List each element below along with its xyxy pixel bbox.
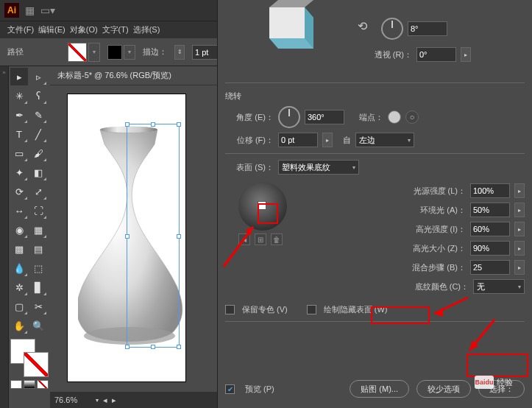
angle-top-value[interactable]: 8° <box>408 21 447 36</box>
blend-tool[interactable]: ⬚ <box>29 259 47 277</box>
angle-label: 角度 (E)： <box>225 112 274 123</box>
highlight-size-value[interactable]: 90% <box>470 241 510 256</box>
perspective-value[interactable]: 0° <box>416 47 456 62</box>
paintbrush-tool[interactable]: 🖌 <box>29 144 47 162</box>
cap-off-button[interactable]: ○ <box>405 110 419 124</box>
annotation-box-ok <box>467 354 528 377</box>
graph-tool[interactable]: ▊ <box>29 278 47 296</box>
stroke-stepper[interactable]: ⇕ <box>174 45 185 60</box>
light-back-button[interactable]: ◂ <box>238 233 250 245</box>
preserve-spot-checkbox[interactable] <box>225 305 235 314</box>
surface-label: 表面 (S)： <box>225 162 274 173</box>
surface-dropdown[interactable]: 塑料效果底纹 <box>278 160 359 175</box>
offset-label: 位移 (F)： <box>225 135 274 146</box>
hand-tool[interactable]: ✋ <box>10 317 28 334</box>
offset-value[interactable]: 0 pt <box>278 133 318 147</box>
eyedropper-tool[interactable]: 💧 <box>10 259 28 277</box>
scale-tool[interactable]: ⤢ <box>29 183 47 200</box>
zoom-dropdown-icon[interactable]: ▾ <box>96 397 99 404</box>
blend-steps-slider[interactable]: ▸ <box>514 260 525 275</box>
lasso-tool[interactable]: ʕ <box>29 87 47 105</box>
zoom-input[interactable]: 76.6% <box>54 395 91 404</box>
fill-swatch-group[interactable]: ▾ <box>68 43 100 62</box>
highlight-intensity-slider[interactable]: ▸ <box>514 222 525 236</box>
angle-value[interactable]: 360° <box>305 110 344 124</box>
nav-next-icon[interactable]: ▸ <box>112 395 116 405</box>
color-mode-switches <box>10 380 49 389</box>
free-transform-tool[interactable]: ⛶ <box>29 202 47 219</box>
stroke-swatch-group[interactable]: ▾ <box>107 45 135 60</box>
light-intensity-slider[interactable]: ▸ <box>514 183 525 198</box>
perspective-tool[interactable]: ▦ <box>29 221 47 239</box>
type-tool[interactable]: T <box>10 125 28 143</box>
curvature-tool[interactable]: ✎ <box>29 106 47 124</box>
stroke-color-box[interactable] <box>24 352 49 377</box>
width-tool[interactable]: ↔ <box>10 202 28 219</box>
symbol-sprayer-tool[interactable]: ✲ <box>10 278 28 296</box>
highlight-intensity-value[interactable]: 60% <box>470 222 510 236</box>
draw-hidden-checkbox[interactable] <box>307 305 316 314</box>
stroke-swatch[interactable] <box>107 45 122 60</box>
preview-label: 预览 (P) <box>245 384 274 395</box>
menu-object[interactable]: 对象(O) <box>70 24 98 35</box>
line-tool[interactable]: ╱ <box>29 125 47 143</box>
svg-marker-4 <box>269 0 313 7</box>
artboard-tool[interactable]: ▢ <box>10 298 28 315</box>
fill-dropdown[interactable]: ▾ <box>88 43 100 62</box>
menu-type[interactable]: 文字(T) <box>102 24 129 35</box>
nav-prev-icon[interactable]: ◂ <box>103 395 107 405</box>
from-edge-dropdown[interactable]: 左边 <box>355 133 414 147</box>
sync-icon[interactable]: ⟲ <box>358 19 367 33</box>
gradient-tool[interactable]: ▤ <box>29 240 47 258</box>
menu-edit[interactable]: 编辑(E) <box>38 24 65 35</box>
3d-revolve-panel: ⟲ 8° 透视 (R)： 0° ▸ 绕转 角度 (E)： 360° 端点： ● … <box>217 0 532 408</box>
color-mode-none[interactable] <box>37 380 49 389</box>
light-position-handle[interactable] <box>258 201 266 210</box>
cap-on-button[interactable]: ● <box>388 110 401 124</box>
fill-swatch[interactable] <box>68 43 87 62</box>
pen-tool[interactable]: ✒ <box>10 106 28 124</box>
light-new-button[interactable]: ⊞ <box>255 233 266 245</box>
menu-file[interactable]: 文件(F) <box>7 24 34 35</box>
light-delete-button[interactable]: 🗑 <box>271 233 283 245</box>
bridge-icon[interactable]: ▦ <box>25 4 35 16</box>
arrange-icon[interactable]: ▭▾ <box>40 4 55 16</box>
direct-selection-tool[interactable]: ▹ <box>29 68 47 85</box>
angle-dial-top[interactable] <box>381 18 403 40</box>
magic-wand-tool[interactable]: ✳ <box>10 87 28 105</box>
shape-builder-tool[interactable]: ◉ <box>10 221 28 239</box>
perspective-slider-btn[interactable]: ▸ <box>461 47 471 62</box>
shading-color-dropdown[interactable]: 无 <box>473 279 525 294</box>
highlight-size-label: 高光大小 (Z)： <box>401 243 466 254</box>
panel-collapse-strip[interactable]: » <box>0 66 9 408</box>
highlight-size-slider[interactable]: ▸ <box>514 241 525 256</box>
shaper-tool[interactable]: ✦ <box>10 163 28 181</box>
rotate-tool[interactable]: ⟳ <box>10 183 28 200</box>
from-label: 自 <box>343 135 351 146</box>
perspective-label: 透视 (R)： <box>363 49 412 60</box>
selection-tool[interactable]: ▸ <box>10 68 28 85</box>
map-art-button[interactable]: 贴图 (M)... <box>350 380 409 398</box>
stroke-dropdown[interactable]: ▾ <box>124 45 135 60</box>
zoom-tool[interactable]: 🔍 <box>29 317 47 334</box>
watermark-icon: Baidu <box>475 376 494 389</box>
blend-steps-value[interactable]: 25 <box>470 260 510 275</box>
mesh-tool[interactable]: ▩ <box>10 240 28 258</box>
rectangle-tool[interactable]: ▭ <box>10 144 28 162</box>
angle-dial[interactable] <box>278 106 300 128</box>
fewer-options-button[interactable]: 较少选项 <box>416 380 471 398</box>
fill-stroke-indicator[interactable] <box>10 339 49 377</box>
color-mode-solid[interactable] <box>10 380 22 389</box>
eraser-tool[interactable]: ◧ <box>29 163 47 181</box>
ambient-value[interactable]: 50% <box>470 203 510 217</box>
preview-checkbox[interactable]: ✔ <box>225 384 235 394</box>
light-sphere[interactable] <box>238 182 287 231</box>
slice-tool[interactable]: ✂ <box>29 298 47 315</box>
color-mode-gradient[interactable] <box>24 380 35 389</box>
offset-slider-btn[interactable]: ▸ <box>322 133 333 147</box>
3d-preview-cube[interactable] <box>249 0 322 56</box>
vase-3d-object[interactable] <box>78 124 188 352</box>
light-intensity-value[interactable]: 100% <box>470 183 510 198</box>
menu-select[interactable]: 选择(S) <box>133 24 160 35</box>
ambient-slider[interactable]: ▸ <box>514 203 525 217</box>
